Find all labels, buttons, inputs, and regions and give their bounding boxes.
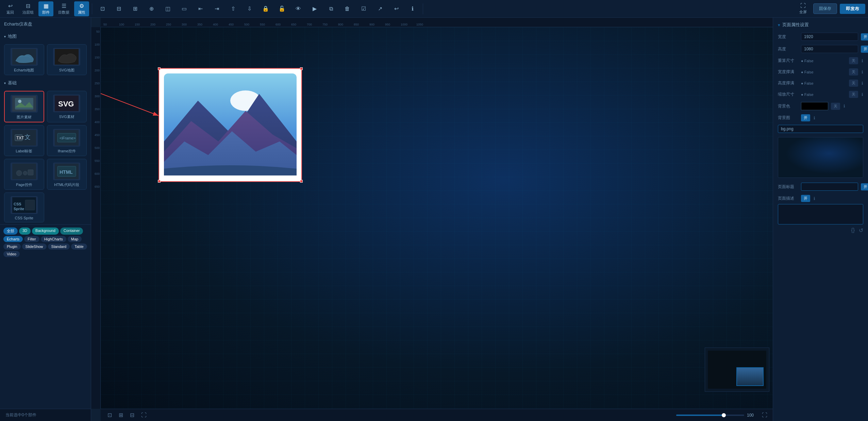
btn-layers[interactable]: ⊟ 泊层组 xyxy=(19,1,37,16)
zoom-slider[interactable]: 100 xyxy=(676,413,758,418)
basics-section-header[interactable]: ▾ 基础 xyxy=(0,77,91,89)
height-fill-toggle[interactable]: 关 xyxy=(849,80,858,87)
svg-item[interactable]: SVG SVG素材 xyxy=(47,91,87,122)
bg-preview xyxy=(778,137,863,178)
layout-icon[interactable]: ⊟ xyxy=(129,410,136,420)
scale-info-icon[interactable]: ℹ xyxy=(862,92,863,97)
tag-plugin[interactable]: Plugin xyxy=(3,243,21,250)
tag-map[interactable]: Map xyxy=(68,236,82,242)
btn-tool-6[interactable]: ▭ xyxy=(177,4,191,13)
btn-align-3[interactable]: ⇧ xyxy=(226,4,240,13)
height-toggle[interactable]: 开 xyxy=(861,46,868,53)
tag-background[interactable]: Background xyxy=(32,228,59,235)
bg-filename-input[interactable] xyxy=(778,125,863,133)
echarts-map-item[interactable]: Echarts地图 xyxy=(4,44,44,75)
html-thumb: HTML xyxy=(53,163,80,180)
bgimage-toggle[interactable]: 开 xyxy=(801,114,810,121)
refresh-icon[interactable]: ↺ xyxy=(859,227,863,234)
publish-button[interactable]: 即发布 xyxy=(840,4,865,14)
tag-standard[interactable]: Standard xyxy=(48,243,70,250)
page-desc-toggle[interactable]: 开 xyxy=(801,195,810,202)
btn-hide[interactable]: 👁 xyxy=(291,4,306,13)
page-item[interactable]: Page控件 xyxy=(4,159,44,190)
resize-toggle[interactable]: 关 xyxy=(849,57,858,64)
btn-align-1[interactable]: ⇤ xyxy=(193,4,208,13)
svg-map-item[interactable]: SVG地图 xyxy=(47,44,87,75)
btn-undo[interactable]: ↩ xyxy=(389,4,404,13)
tag-all[interactable]: 全部 xyxy=(3,228,18,235)
expand-icon[interactable]: ⊡ xyxy=(106,410,113,420)
btn-unlock[interactable]: 🔓 xyxy=(274,4,289,13)
svg-rect-17 xyxy=(28,170,33,175)
page-desc-info-icon[interactable]: ℹ xyxy=(814,196,815,201)
iframe-item[interactable]: <iFrame> Iframe控件 xyxy=(47,125,87,156)
btn-lock[interactable]: 🔒 xyxy=(258,4,273,13)
resize-handle-br[interactable] xyxy=(300,180,303,183)
tag-highcharts[interactable]: HighCharts xyxy=(41,236,66,242)
tag-filter[interactable]: Filter xyxy=(24,236,39,242)
css-sprite-item[interactable]: CSS Sprite CSS Sprite xyxy=(4,192,44,222)
btn-tool-2[interactable]: ⊟ xyxy=(111,4,126,13)
bgcolor-info-icon[interactable]: ℹ xyxy=(844,104,845,108)
canvas-image-wrapper[interactable] xyxy=(158,68,302,182)
code-icon[interactable]: {} xyxy=(851,227,855,234)
btn-info[interactable]: ℹ xyxy=(405,4,420,13)
label-item[interactable]: TXT 文 Label标签 xyxy=(4,125,44,156)
tag-3d[interactable]: 3D xyxy=(19,228,31,235)
btn-back[interactable]: ↩ 返回 xyxy=(3,1,18,16)
btn-align-4[interactable]: ⇩ xyxy=(242,4,257,13)
btn-fullscreen[interactable]: ⛶ 全屏 xyxy=(796,1,811,16)
btn-components[interactable]: ▦ 部件 xyxy=(38,1,53,16)
btn-align-2[interactable]: ⇥ xyxy=(209,4,224,13)
btn-properties[interactable]: ⚙ 属性 xyxy=(74,1,89,16)
btn-tool-3[interactable]: ⊞ xyxy=(128,4,143,13)
save-button[interactable]: 固保存 xyxy=(813,3,837,14)
main-layout: Echarts仪表盘 ▾ 地图 Echarts地图 xyxy=(0,18,868,421)
btn-tool-1[interactable]: ⊡ xyxy=(95,4,110,13)
tag-slideshow[interactable]: SlideShow xyxy=(22,243,47,250)
width-fill-toggle[interactable]: 关 xyxy=(849,68,858,75)
canvas-area[interactable]: 50 100 150 200 250 300 350 400 450 500 5… xyxy=(91,18,773,421)
width-toggle[interactable]: 开 xyxy=(861,33,868,40)
resize-handle-tl[interactable] xyxy=(158,67,161,70)
btn-check[interactable]: ☑ xyxy=(356,4,371,13)
tag-video[interactable]: Video xyxy=(3,251,20,257)
btn-tool-4[interactable]: ⊕ xyxy=(144,4,159,13)
resize-handle-tr[interactable] xyxy=(300,67,303,70)
slider-track[interactable] xyxy=(676,415,744,416)
bgimage-info-icon[interactable]: ℹ xyxy=(814,116,815,120)
canvas-background[interactable] xyxy=(101,27,773,409)
properties-icon: ⚙ xyxy=(79,3,84,9)
btn-preview[interactable]: ▶ xyxy=(307,4,322,13)
btn-share[interactable]: ↗ xyxy=(372,4,387,13)
page-desc-textarea[interactable] xyxy=(778,204,863,224)
resize-handle-bl[interactable] xyxy=(158,180,161,183)
page-title-input[interactable] xyxy=(801,183,858,191)
btn-copy[interactable]: ⧉ xyxy=(323,4,338,13)
height-input[interactable] xyxy=(801,45,858,53)
tag-table[interactable]: Table xyxy=(71,243,87,250)
height-fill-info-icon[interactable]: ℹ xyxy=(862,81,863,86)
svg-map-svg xyxy=(55,49,79,65)
image-component-container[interactable] xyxy=(158,68,302,182)
page-title-toggle[interactable]: 开 xyxy=(861,183,868,190)
grid-icon[interactable]: ⊞ xyxy=(117,410,124,420)
btn-tool-5[interactable]: ◫ xyxy=(160,4,175,13)
btn-data[interactable]: ☰ 目数据 xyxy=(55,1,73,16)
width-input[interactable] xyxy=(801,33,858,41)
maximize-icon[interactable]: ⛶ xyxy=(762,412,767,418)
fullscreen-canvas-icon[interactable]: ⛶ xyxy=(140,411,148,420)
resize-info-icon[interactable]: ℹ xyxy=(862,58,863,63)
html-label: HTML代码片段 xyxy=(54,182,79,187)
tag-echarts[interactable]: Echarts xyxy=(3,236,23,242)
scale-toggle[interactable]: 关 xyxy=(849,91,858,98)
map-section-header[interactable]: ▾ 地图 xyxy=(0,31,91,42)
image-item[interactable]: 图片素材 xyxy=(4,91,44,122)
width-fill-info-icon[interactable]: ℹ xyxy=(862,70,863,74)
html-item[interactable]: HTML HTML代码片段 xyxy=(47,159,87,190)
bgcolor-swatch[interactable] xyxy=(801,102,828,110)
tag-container[interactable]: Container xyxy=(60,228,83,235)
slider-thumb[interactable] xyxy=(722,413,726,417)
bgcolor-toggle[interactable]: 关 xyxy=(831,103,840,110)
btn-delete[interactable]: 🗑 xyxy=(340,4,355,13)
